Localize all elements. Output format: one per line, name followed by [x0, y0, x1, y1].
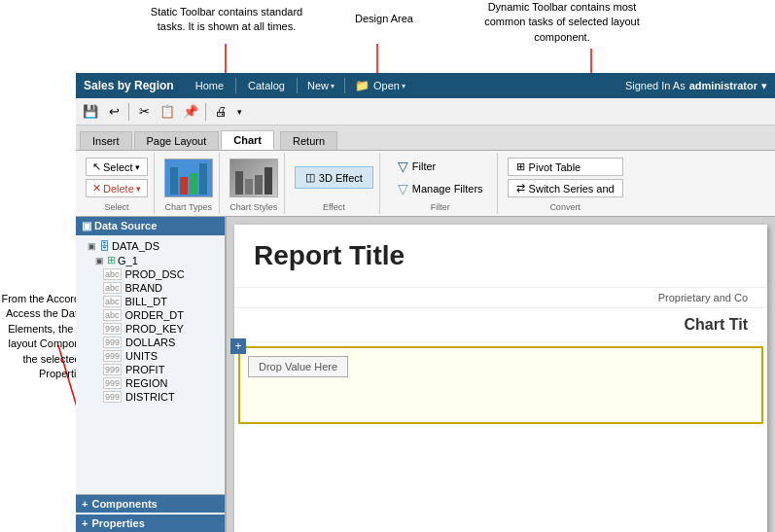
save-button[interactable]: 💾: [80, 101, 101, 123]
copy-button[interactable]: 📋: [157, 101, 178, 123]
chart-title-text: Chart Tit: [685, 316, 748, 333]
dropdown-arrow[interactable]: ▾: [233, 101, 245, 123]
tb-divider1: [128, 103, 129, 121]
tree-item-prod-dsc[interactable]: abc PROD_DSC: [101, 267, 223, 281]
cut-button[interactable]: ✂: [133, 101, 155, 123]
dollars-label: DOLLARS: [125, 337, 175, 348]
switch-series-btn[interactable]: ⇄ Switch Series and: [508, 179, 623, 197]
pivot-label: Pivot Table: [529, 161, 581, 173]
tree-area: ▣ 🗄 DATA_DS ▣ ⊞ G_1 abc PROD_DSC abc: [76, 235, 225, 494]
ds-icon: 🗄: [99, 240, 110, 252]
ribbon: ↖ Select ▾ ✕ Delete ▾ Select: [76, 151, 775, 217]
manage-filters-icon: ▽: [398, 181, 408, 196]
filter-label: Filter: [412, 160, 436, 172]
g1-label: G_1: [118, 255, 138, 266]
tree-item-profit[interactable]: 999 PROFIT: [101, 363, 223, 376]
switch-icon: ⇄: [516, 182, 525, 195]
tree-item-region[interactable]: 999 REGION: [101, 376, 223, 390]
nav-new-chevron: ▾: [331, 82, 335, 90]
tree-item-data-ds[interactable]: ▣ 🗄 DATA_DS: [86, 239, 223, 253]
nav-open-chevron: ▾: [402, 82, 405, 90]
chart-styles-label: Chart Styles: [229, 200, 278, 212]
chart-styles-preview[interactable]: [229, 159, 278, 197]
tree-item-g1[interactable]: ▣ ⊞ G_1: [93, 253, 223, 267]
field-type-abc3: abc: [103, 296, 122, 307]
username-label: administrator: [689, 80, 757, 91]
g1-icon: ⊞: [107, 254, 116, 266]
bar3: [190, 173, 197, 195]
chart-body-band[interactable]: + Drop Value Here: [238, 346, 763, 424]
properties-section[interactable]: + Properties: [76, 514, 225, 532]
paste-button[interactable]: 📌: [180, 101, 201, 123]
district-label: DISTRICT: [125, 391, 175, 403]
field-type-999-2: 999: [103, 337, 122, 348]
tree-item-order-dt[interactable]: abc ORDER_DT: [101, 308, 223, 322]
effect-group-label: Effect: [295, 200, 373, 212]
nav-new[interactable]: New ▾: [301, 78, 340, 93]
plus-icon-props: +: [82, 517, 88, 529]
sidebar-title: Data Source: [94, 220, 157, 231]
app-title: Sales by Region: [84, 79, 174, 92]
tab-page-layout[interactable]: Page Layout: [134, 131, 220, 150]
main-content: ▣ Data Source ▣ 🗄 DATA_DS ▣ ⊞ G_1: [76, 217, 775, 532]
filter-controls: ▽ Filter ▽ Manage Filters: [390, 155, 491, 200]
ribbon-effect-group: ◫ 3D Effect Effect: [289, 153, 380, 214]
tree-item-prod-key[interactable]: 999 PROD_KEY: [101, 322, 223, 336]
delete-icon: ✕: [92, 182, 101, 195]
filter-group-label: Filter: [390, 200, 491, 212]
prod-dsc-label: PROD_DSC: [125, 268, 185, 280]
nav-open[interactable]: 📁 Open ▾: [349, 77, 411, 94]
nav-sep3: [344, 78, 345, 93]
dynamic-toolbar-tabs: Insert Page Layout Chart Return: [76, 125, 775, 151]
folder-icon: 📁: [355, 79, 370, 92]
bar4: [199, 163, 207, 195]
tab-return[interactable]: Return: [280, 131, 337, 150]
print-button[interactable]: 🖨: [210, 101, 231, 123]
bar1: [170, 167, 178, 195]
add-chart-icon[interactable]: +: [230, 338, 246, 354]
filter-btn[interactable]: ▽ Filter: [390, 157, 491, 176]
delete-label: Delete: [103, 183, 134, 195]
tree-item-district[interactable]: 999 DISTRICT: [101, 390, 223, 404]
field-type-abc1: abc: [103, 268, 122, 280]
chart-types-label: Chart Types: [164, 200, 213, 212]
style-bar3: [255, 175, 263, 195]
report-title-band: Report Title: [234, 225, 767, 288]
proprietary-text: Proprietary and Co: [658, 292, 748, 303]
ds-label: DATA_DS: [112, 240, 159, 252]
static-toolbar-annotation: Static Toolbar contains standard tasks. …: [144, 5, 309, 35]
tree-item-units[interactable]: 999 UNITS: [101, 349, 223, 363]
sidebar-header: ▣ Data Source: [76, 217, 225, 235]
brand-label: BRAND: [125, 282, 163, 294]
components-label: Components: [91, 498, 157, 510]
style-bar2: [245, 179, 253, 195]
static-toolbar: 💾 ↩ ✂ 📋 📌 🖨 ▾: [76, 98, 775, 125]
tb-divider2: [205, 103, 206, 121]
tree-item-brand[interactable]: abc BRAND: [101, 281, 223, 295]
select-chevron: ▾: [135, 162, 140, 172]
effect-3d-btn[interactable]: ◫ 3D Effect: [295, 166, 373, 189]
tab-chart[interactable]: Chart: [221, 130, 274, 150]
design-area: Report Title Proprietary and Co Chart Ti…: [227, 217, 775, 532]
nav-catalog[interactable]: Catalog: [240, 78, 293, 93]
proprietary-band: Proprietary and Co: [234, 288, 767, 308]
chart-types-preview[interactable]: [164, 159, 213, 197]
components-section[interactable]: + Components: [76, 495, 225, 513]
user-chevron: ▾: [761, 80, 767, 92]
manage-filters-btn[interactable]: ▽ Manage Filters: [390, 179, 491, 198]
ribbon-chart-types-group: Chart Types: [159, 153, 220, 214]
undo-button[interactable]: ↩: [103, 101, 124, 123]
tree-item-dollars[interactable]: 999 DOLLARS: [101, 336, 223, 349]
prod-key-label: PROD_KEY: [125, 323, 184, 335]
delete-btn[interactable]: ✕ Delete ▾: [86, 179, 148, 197]
select-label: Select: [103, 161, 133, 173]
nav-sep1: [235, 78, 236, 93]
tree-item-bill-dt[interactable]: abc BILL_DT: [101, 295, 223, 308]
pivot-table-btn[interactable]: ⊞ Pivot Table: [508, 158, 623, 176]
nav-home[interactable]: Home: [188, 78, 231, 93]
tab-insert[interactable]: Insert: [80, 131, 132, 150]
ribbon-convert-group: ⊞ Pivot Table ⇄ Switch Series and Conver…: [502, 153, 629, 214]
select-btn[interactable]: ↖ Select ▾: [86, 158, 148, 176]
sidebar-footer: + Components + Properties: [76, 494, 225, 532]
design-area-annotation: Design Area: [345, 12, 423, 26]
